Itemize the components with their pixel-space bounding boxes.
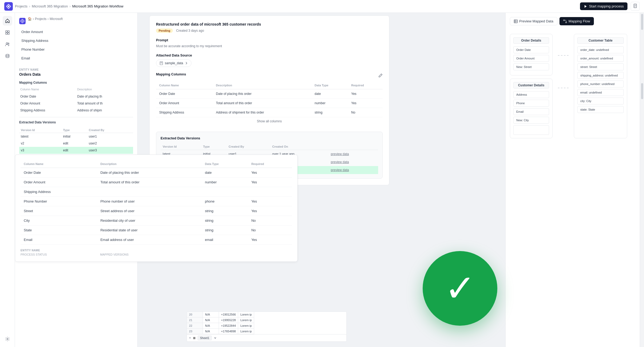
svg-rect-20	[514, 20, 517, 23]
breadcrumb-projects[interactable]: Projects	[15, 4, 27, 8]
status-badge: Pending	[156, 29, 173, 33]
app-logo-icon	[4, 2, 13, 11]
customer-details-box: Customer Details Address Phone Email New…	[510, 79, 553, 138]
show-all-columns[interactable]: Show all columns	[156, 117, 383, 125]
entity-label: ENTITY NAME	[19, 68, 133, 71]
full-col-row: StreetStreet address of userstringYes	[21, 206, 292, 216]
sidebar-item-home[interactable]	[3, 16, 12, 26]
version-row: v2edituser2	[19, 140, 133, 147]
col-headers: Column Name Description	[19, 88, 133, 91]
document-icon-button[interactable]	[631, 2, 640, 11]
full-col-row: Shipping Address	[21, 187, 292, 197]
panel-logo-icon	[19, 18, 26, 24]
flow-item-new-city: New: City	[513, 117, 549, 124]
connector-line-top	[558, 55, 569, 56]
chevron-right-icon	[185, 62, 188, 65]
svg-point-11	[6, 43, 8, 44]
customer-table-item: city: City	[577, 98, 624, 104]
nav-item-phone-number[interactable]: Phone Number	[19, 46, 133, 53]
left-sidebar	[0, 13, 15, 347]
edit-icon[interactable]	[378, 73, 383, 78]
svg-rect-7	[6, 31, 7, 32]
versions-table-bg: Version Id Type Created By latestinitial…	[19, 127, 133, 154]
checkmark-icon: ✓	[445, 270, 476, 307]
full-col-row: CityResidential city of userstringNo	[21, 216, 292, 225]
bg-col-row: Shipping AddressAddress of shipm	[19, 107, 133, 114]
flow-item-order-amount: Order Amount	[513, 55, 549, 62]
bg-col-row: Order AmountTotal amount of th	[19, 100, 133, 107]
full-col-row: Phone NumberPhone number of userphoneYes	[21, 197, 292, 206]
flow-item-address: Address	[513, 91, 549, 98]
customer-table-item: order_amount: undefined	[577, 55, 624, 62]
sidebar-item-settings[interactable]	[3, 334, 12, 344]
scroll-thumb	[641, 14, 643, 30]
versions-label-bg: Extracted Data Versions	[19, 120, 133, 124]
flow-item-phone: Phone	[513, 100, 549, 107]
svg-point-13	[6, 54, 9, 56]
entity-name-row: ENTITY NAME PROCESS STATUS MAPPED VERSIO…	[21, 249, 292, 256]
sidebar-item-users[interactable]	[3, 39, 12, 49]
flow-icon	[563, 19, 567, 23]
version-row: latestinitialuser1	[19, 133, 133, 140]
mapping-columns-label: Mapping Columns	[19, 81, 133, 84]
breadcrumb: Projects › Microsoft 365 Migration › Mic…	[15, 4, 123, 8]
sheet-row: 22N/A+19522844Lorem ip	[187, 323, 346, 329]
scrollbar[interactable]	[640, 13, 644, 347]
connector-line-bottom	[558, 88, 569, 88]
preview-mapped-data-button[interactable]: Preview Mapped Data	[510, 17, 557, 25]
nav-item-email[interactable]: Email	[19, 55, 133, 62]
sidebar-item-database[interactable]	[3, 51, 12, 61]
flow-item-email: Email	[513, 108, 549, 115]
mapping-table: Column Name Description Data Type Requir…	[156, 82, 383, 117]
customer-details-title: Customer Details	[513, 82, 549, 88]
grid-icon: ⊞	[193, 336, 195, 340]
top-navigation: Projects › Microsoft 365 Migration › Mic…	[0, 0, 644, 13]
flow-actions: Preview Mapped Data Mapping Flow	[510, 17, 640, 25]
sidebar-item-grid[interactable]	[3, 28, 12, 37]
nav-item-shipping-address[interactable]: Shipping Address	[19, 37, 133, 44]
flow-item-extra	[513, 125, 549, 135]
table-icon	[514, 19, 518, 23]
prompt-text: Must be accurate according to my require…	[156, 44, 383, 48]
scroll-thumb-2	[641, 83, 643, 99]
breadcrumb-migration[interactable]: Microsoft 365 Migration	[32, 4, 68, 8]
order-details-box: Order Details Order Date Order Amount Ne…	[510, 34, 553, 75]
data-source-name: sample_data	[165, 61, 183, 65]
svg-rect-10	[8, 33, 9, 34]
svg-point-12	[8, 43, 9, 44]
flow-connector	[558, 34, 569, 138]
customer-table-item: shipping_address: undefined	[577, 72, 624, 79]
flow-diagram: Order Details Order Date Order Amount Ne…	[510, 32, 640, 140]
customer-table-title: Customer Table	[577, 37, 624, 44]
prompt-heading: Prompt	[156, 38, 383, 42]
mapping-columns-heading: Mapping Columns	[156, 72, 186, 76]
nav-item-order-amount[interactable]: Order Amount	[19, 28, 133, 35]
svg-rect-8	[8, 31, 9, 32]
spreadsheet-rows: 20N/A+19012566Lorem ip21N/A+19955228Lore…	[187, 312, 346, 334]
customer-table-item: phone_number: undefined	[577, 80, 624, 87]
status-row: Pending Created 3 days ago	[156, 29, 383, 33]
order-details-title: Order Details	[513, 37, 549, 44]
left-flow-boxes: Order Details Order Date Order Amount Ne…	[510, 34, 553, 138]
document-icon	[633, 4, 637, 8]
mapping-columns-table: Column Name Description Data Type Requir…	[21, 160, 292, 245]
chevron-down-icon	[214, 337, 217, 339]
full-col-row: Order DateDate of placing this orderdate…	[21, 168, 292, 177]
nav-left: Projects › Microsoft 365 Migration › Mic…	[4, 2, 123, 11]
plus-icon[interactable]: +	[189, 336, 191, 340]
customer-table-item: order_date: undefined	[577, 46, 624, 53]
bg-col-row: Order DateDate of placing th	[19, 93, 133, 100]
svg-point-14	[7, 338, 8, 340]
data-source-chip[interactable]: sample_data	[156, 59, 191, 67]
mapping-flow-button[interactable]: Mapping Flow	[559, 17, 594, 25]
full-col-row: StateResidential state of userstringNo	[21, 225, 292, 235]
flow-item-new-street: New: Street	[513, 63, 549, 70]
start-mapping-button[interactable]: Start mapping process	[580, 2, 627, 10]
mapping-col-row: Order DateDate of placing this orderdate…	[156, 89, 383, 99]
customer-table-item: state: State	[577, 106, 624, 113]
sheet-row: 21N/A+19955228Lorem ip	[187, 317, 346, 323]
sheet-tab[interactable]: Sheet1	[198, 336, 212, 340]
full-col-row: EmailEmail address of useremailYes	[21, 235, 292, 245]
flow-item-order-date: Order Date	[513, 46, 549, 53]
created-label: Created 3 days ago	[176, 29, 204, 33]
